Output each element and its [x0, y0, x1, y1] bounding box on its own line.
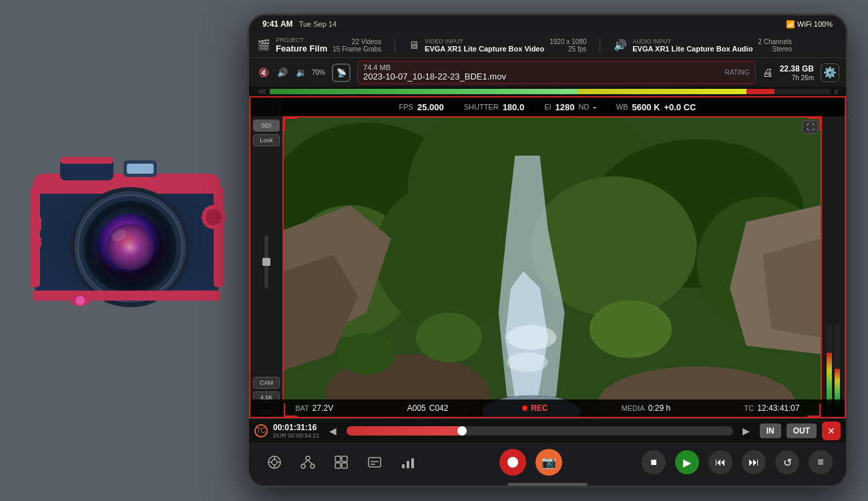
viewport-left-sidebar: SDI Look CAM 4.5K LOG: [249, 96, 282, 418]
mute-btn[interactable]: 🔇: [256, 65, 272, 81]
prev-frame-button[interactable]: ⏮: [708, 450, 732, 474]
tool-btn-subtitles[interactable]: [363, 450, 387, 474]
home-bar: [507, 483, 588, 486]
next-frame-button[interactable]: ⏭: [742, 450, 766, 474]
timeline-fill: [347, 426, 463, 436]
ei-label: EI: [544, 103, 551, 111]
svg-rect-25: [33, 291, 220, 301]
media-value: 0:29 h: [648, 403, 670, 413]
top-info-bar: 🎬 Project Feature Film 22 Videos 15 Fram…: [249, 33, 846, 58]
svg-point-52: [301, 464, 305, 468]
svg-rect-60: [369, 458, 381, 467]
svg-point-42: [416, 313, 482, 362]
svg-point-36: [507, 325, 556, 350]
ipad-container: 9:41 AM Tue Sep 14 📶 WiFi 100% 🎬 Project…: [247, 13, 848, 488]
clip-id: A005: [407, 403, 426, 413]
tc-bar-label: TC: [744, 404, 754, 412]
viewport-bottom-bar: BAT 27.2V A005 C042 REC MEDIA 0:29 h TC: [249, 399, 846, 418]
rec-label: REC: [531, 403, 548, 413]
volume-up-btn[interactable]: 🔉: [293, 65, 309, 81]
film-icon: 🎬: [257, 39, 270, 51]
record-group: 📷: [499, 449, 562, 476]
wifi-icon: 📶: [786, 20, 795, 28]
slider-thumb: [262, 258, 270, 266]
svg-rect-64: [407, 461, 409, 468]
look-btn[interactable]: Look: [253, 134, 280, 146]
svg-point-53: [310, 464, 314, 468]
camera-illustration: [20, 120, 234, 334]
status-time: 9:41 AM: [262, 19, 293, 29]
audio-bar-2: [835, 325, 840, 405]
timeline-track[interactable]: [347, 426, 733, 436]
audio-bar-1: [827, 325, 832, 405]
svg-point-37: [507, 352, 548, 372]
timeline-thumb[interactable]: [457, 426, 467, 436]
meter-fill-red: [746, 89, 775, 94]
pip-button[interactable]: ⛶: [802, 120, 818, 134]
transport-next-btn[interactable]: ▶: [738, 423, 754, 439]
monitor-icon: 🖥: [409, 39, 419, 51]
nd-label: ND: [579, 103, 590, 111]
corner-br: [807, 403, 821, 417]
svg-point-22: [206, 209, 222, 225]
record-button[interactable]: [499, 449, 526, 476]
close-red-button[interactable]: ✕: [822, 422, 841, 440]
project-label: Project: [276, 37, 327, 43]
wb-value: 5600 K: [632, 102, 660, 112]
exposure-slider[interactable]: [264, 235, 268, 289]
shutter-label: SHUTTER: [464, 103, 499, 111]
app-content: 🎬 Project Feature Film 22 Videos 15 Fram…: [249, 33, 846, 486]
media-label: MEDIA: [622, 404, 645, 412]
meter-fill-green: [270, 89, 578, 94]
camera-snap-icon: 📷: [541, 455, 556, 470]
cam-btn[interactable]: CAM: [253, 377, 280, 389]
svg-rect-9: [127, 164, 154, 174]
audio-controls: 🔇 🔊 🔉 70%: [256, 65, 325, 81]
menu-button[interactable]: ≡: [809, 450, 833, 474]
audio-input-specs: 2 Channels Stereo: [758, 38, 792, 53]
svg-rect-65: [411, 458, 414, 468]
audio-bar-fill-1: [827, 353, 832, 405]
svg-point-44: [337, 333, 395, 375]
out-button[interactable]: OUT: [787, 424, 817, 438]
repeat-button[interactable]: ↺: [775, 450, 799, 474]
volume-btn[interactable]: 🔊: [274, 65, 290, 81]
play-button[interactable]: ▶: [675, 450, 699, 474]
audio-input-section: 🔊 Audio Input EVGA XR1 Lite Capture Box …: [614, 37, 792, 53]
in-button[interactable]: IN: [760, 424, 781, 438]
settings-btn[interactable]: ⚙️: [821, 63, 839, 82]
transport-prev-btn[interactable]: ◀: [325, 423, 341, 439]
speaker-icon: 🔊: [614, 39, 627, 51]
tc-bar-value: 12:43:41:07: [757, 403, 799, 413]
tool-btn-grid[interactable]: [329, 450, 353, 474]
stop-button[interactable]: ■: [642, 450, 666, 474]
ei-value: 1280: [556, 102, 575, 112]
waterfall-scene: [284, 118, 821, 417]
project-stats: 22 Videos 15 Frame Grabs: [333, 38, 381, 53]
tool-btn-network[interactable]: [296, 450, 320, 474]
svg-rect-58: [335, 463, 341, 468]
wifi-signal-icon: 📡: [337, 68, 347, 77]
printer-icon-btn[interactable]: 🖨: [763, 67, 773, 79]
meter-label-0: 0: [835, 88, 838, 95]
transport-group: ■ ▶ ⏮ ⏭ ↺ ≡: [642, 450, 833, 474]
video-input-specs: 1920 x 1080 25 fps: [550, 38, 586, 53]
svg-point-51: [306, 456, 310, 460]
storage-size: 22.38 GB: [780, 64, 814, 73]
timecode-value: 00:01:31:16: [273, 423, 320, 432]
snapshot-button[interactable]: 📷: [535, 449, 562, 476]
timecode-bar: TC 00:01:31:16 DUR 00:00:54:21 ◀ ▶ IN OU…: [249, 418, 846, 442]
audio-input-label: Audio Input: [632, 38, 752, 45]
svg-rect-7: [60, 157, 114, 164]
cc-value: +0.0 CC: [664, 102, 696, 112]
sdi-btn[interactable]: SDI: [253, 120, 280, 132]
nd-value: -: [593, 102, 596, 112]
audio-meter-bar: -80 0: [249, 87, 846, 96]
meter-label-neg80: -80: [257, 88, 266, 95]
svg-point-27: [75, 296, 85, 305]
tool-btn-chart[interactable]: [396, 450, 420, 474]
wifi-signal-btn[interactable]: 📡: [332, 63, 351, 82]
file-info-bar: 🔇 🔊 🔉 70% 📡 74.4 MB 2023-10-07_10-18-22-…: [249, 58, 846, 87]
timecode-info: 00:01:31:16 DUR 00:00:54:21: [273, 423, 320, 439]
tool-btn-connect[interactable]: [262, 450, 286, 474]
